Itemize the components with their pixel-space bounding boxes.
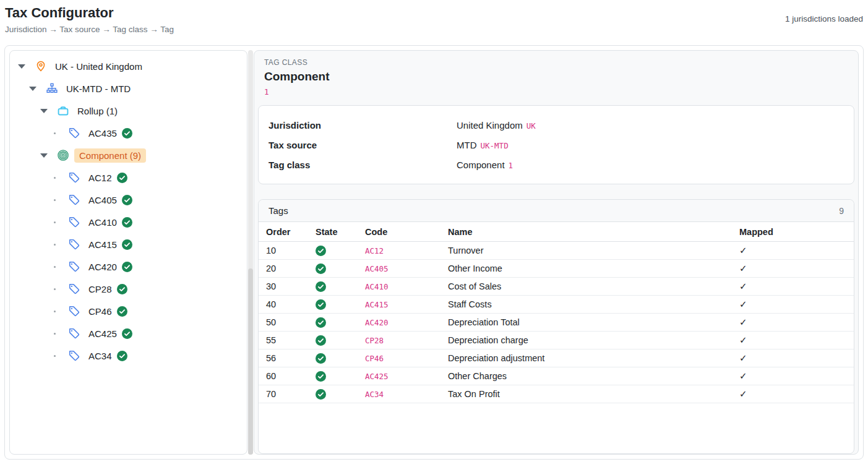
tree-item[interactable]: UK - United Kingdom [10, 55, 247, 77]
leaf-bullet-icon [51, 288, 59, 290]
tag-state-cell [308, 296, 358, 314]
check-badge-icon [122, 262, 132, 272]
scrollbar-thumb[interactable] [248, 268, 253, 455]
tag-code-cell: CP28 [358, 332, 440, 349]
tag-table-row[interactable]: 56 CP46 Depreciation adjustment ✓ [259, 349, 854, 367]
tag-table-row[interactable]: 10 AC12 Turnover ✓ [259, 242, 854, 260]
check-badge-icon [122, 128, 132, 139]
tag-state-cell [308, 349, 358, 367]
detail-kicker: TAG CLASS [264, 58, 848, 67]
tag-state-cell [308, 260, 358, 278]
tag-code-cell: AC34 [358, 385, 440, 403]
tag-name-cell: Tax On Profit [440, 385, 732, 403]
tree-item[interactable]: AC435 [10, 122, 247, 144]
expander-triangle-icon[interactable] [40, 109, 48, 113]
tag-icon [68, 350, 80, 362]
leaf-bullet-icon [51, 333, 59, 335]
tag-icon [68, 306, 80, 317]
check-badge-icon [122, 217, 132, 228]
tree-item-label: AC12 [88, 173, 112, 183]
tag-state-cell [308, 332, 358, 349]
tag-icon [68, 328, 80, 340]
tag-code-cell: AC410 [358, 278, 440, 296]
info-row: Tag class Component1 [269, 155, 844, 174]
tag-table-row[interactable]: 50 AC420 Depreciation Total ✓ [259, 314, 854, 332]
tag-mapped-cell: ✓ [732, 349, 854, 367]
tag-table-row[interactable]: 20 AC405 Other Income ✓ [259, 260, 854, 278]
tag-table-row[interactable]: 40 AC415 Staff Costs ✓ [259, 296, 854, 314]
check-badge-icon [122, 195, 132, 205]
tag-table-row[interactable]: 55 CP28 Depreciation charge ✓ [259, 332, 854, 349]
tag-mapped-cell: ✓ [732, 332, 854, 349]
tree-item[interactable]: AC415 [10, 233, 247, 255]
tree-item[interactable]: CP46 [10, 300, 247, 322]
leaf-bullet-icon [51, 355, 59, 357]
tag-table-row[interactable]: 70 AC34 Tax On Profit ✓ [259, 385, 854, 403]
column-header-state: State [308, 222, 358, 242]
main-container: UK - United Kingdom UK-MTD - MTD Rollup … [4, 45, 864, 460]
info-value-text: United Kingdom [457, 120, 523, 131]
state-ok-icon [316, 299, 350, 310]
tag-icon [68, 261, 80, 273]
tree-item-label: AC420 [88, 262, 117, 272]
tags-count-badge: 9 [839, 206, 844, 216]
column-header-mapped: Mapped [732, 222, 854, 242]
tag-state-cell [308, 314, 358, 332]
tag-name-cell: Other Charges [440, 367, 732, 385]
tag-order-cell: 50 [259, 314, 308, 332]
info-value-text: MTD [457, 140, 477, 150]
tag-name-cell: Turnover [440, 242, 732, 260]
leaf-bullet-icon [51, 132, 59, 134]
tree-item[interactable]: AC12 [10, 166, 247, 189]
tree-item[interactable]: CP28 [10, 278, 247, 300]
tag-icon [68, 172, 80, 184]
tag-state-cell [308, 367, 358, 385]
detail-header: TAG CLASS Component 1 [258, 57, 854, 96]
tag-code-cell: AC12 [358, 242, 440, 260]
tree-item[interactable]: UK-MTD - MTD [10, 77, 247, 100]
tree-item[interactable]: AC405 [10, 189, 247, 211]
tag-order-cell: 70 [259, 385, 308, 403]
leaf-bullet-icon [51, 311, 59, 312]
location-pin-icon [35, 61, 46, 72]
tag-icon [68, 216, 80, 228]
tag-mapped-cell: ✓ [732, 314, 854, 332]
tree-item[interactable]: Component (9) [10, 144, 247, 166]
leaf-bullet-icon [51, 266, 59, 268]
leaf-bullet-icon [51, 177, 59, 179]
expander-triangle-icon[interactable] [28, 87, 37, 91]
tag-code-cell: AC425 [358, 367, 440, 385]
tags-table-header-row: OrderStateCodeNameMapped [259, 222, 854, 242]
check-badge-icon [122, 239, 132, 250]
tag-order-cell: 60 [259, 367, 308, 385]
tree-item[interactable]: Rollup (1) [10, 100, 247, 122]
check-badge-icon [117, 351, 127, 361]
tag-state-cell [308, 278, 358, 296]
state-ok-icon [316, 335, 350, 346]
tag-table-row[interactable]: 60 AC425 Other Charges ✓ [259, 367, 854, 385]
detail-title: Component [264, 70, 848, 84]
tag-order-cell: 10 [259, 242, 308, 260]
tag-table-row[interactable]: 30 AC410 Cost of Sales ✓ [259, 278, 854, 296]
tree-item[interactable]: AC410 [10, 211, 247, 233]
state-ok-icon [316, 263, 350, 274]
check-badge-icon [117, 306, 127, 317]
tree-item-label: AC405 [88, 195, 117, 205]
tag-mapped-cell: ✓ [732, 242, 854, 260]
info-card: Jurisdiction United KingdomUK Tax source… [258, 105, 854, 184]
tree-item-label: CP46 [88, 306, 112, 317]
tree-item[interactable]: AC420 [10, 255, 247, 278]
expander-triangle-icon[interactable] [17, 64, 25, 69]
mapped-checkmark: ✓ [739, 353, 747, 363]
tree-item[interactable]: AC425 [10, 322, 247, 345]
mapped-checkmark: ✓ [739, 335, 747, 345]
mapped-checkmark: ✓ [739, 281, 747, 291]
tree-item-label: AC425 [88, 328, 117, 339]
tree-item[interactable]: AC34 [10, 345, 247, 367]
info-row-value: United KingdomUK [457, 120, 536, 131]
column-header-name: Name [440, 222, 732, 242]
expander-triangle-icon[interactable] [40, 153, 48, 158]
tree-item-label: AC34 [88, 351, 112, 361]
scrollbar-track[interactable] [248, 50, 253, 455]
leaf-bullet-icon [51, 199, 59, 201]
